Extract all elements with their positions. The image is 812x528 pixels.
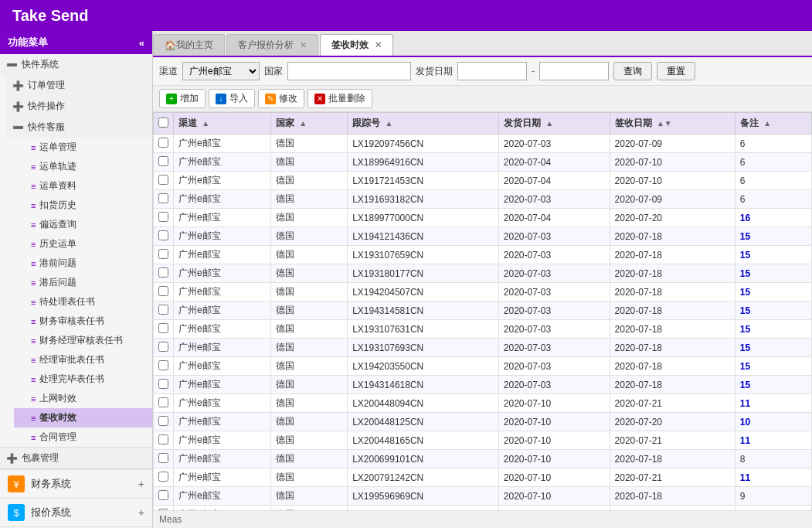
row-sign-date: 2020-07-18	[610, 320, 735, 339]
sidebar-item-report[interactable]: $ 报价系统 +	[0, 498, 152, 526]
row-checkbox[interactable]	[158, 342, 168, 352]
row-checkbox[interactable]	[158, 472, 168, 482]
row-checkbox-cell[interactable]	[154, 209, 174, 227]
date-from-input[interactable]	[457, 62, 527, 80]
row-checkbox[interactable]	[158, 323, 168, 333]
reset-button[interactable]: 重置	[657, 62, 695, 80]
sidebar-item-order-mgmt[interactable]: ➕ 订单管理	[6, 75, 152, 96]
sidebar-item-online-time[interactable]: ≡上网时效	[14, 389, 152, 408]
delete-button[interactable]: ✕ 批量删除	[307, 89, 372, 108]
row-checkbox-cell[interactable]	[154, 227, 174, 246]
row-checkbox[interactable]	[158, 156, 168, 166]
row-checkbox-cell[interactable]	[154, 413, 174, 431]
row-checkbox-cell[interactable]	[154, 172, 174, 190]
row-checkbox-cell[interactable]	[154, 190, 174, 209]
tab-home[interactable]: 🏠 我的主页	[153, 34, 225, 56]
row-channel: 广州e邮宝	[174, 394, 271, 413]
sidebar-item-package-mgmt[interactable]: ➕ 包裹管理	[0, 448, 152, 468]
sidebar-item-port-before[interactable]: ≡港前问题	[14, 254, 152, 273]
row-checkbox[interactable]	[158, 212, 168, 222]
delete-icon: ✕	[314, 94, 325, 104]
row-checkbox-cell[interactable]	[154, 468, 174, 487]
tab-customer-price[interactable]: 客户报价分析 ✕	[226, 34, 318, 56]
row-checkbox[interactable]	[158, 453, 168, 463]
sidebar-item-express-op[interactable]: ➕ 快件操作	[6, 96, 152, 117]
sidebar-item-offline-query[interactable]: ≡偏远查询	[14, 215, 152, 234]
row-checkbox-cell[interactable]	[154, 153, 174, 172]
row-checkbox-cell[interactable]	[154, 376, 174, 394]
row-checkbox-cell[interactable]	[154, 357, 174, 376]
tab-sign-time[interactable]: 签收时效 ✕	[320, 34, 393, 56]
sidebar-item-mgr-audit[interactable]: ≡经理审批表任书	[14, 350, 152, 370]
row-send-date: 2020-07-03	[498, 135, 610, 153]
tab-sign-time-close[interactable]: ✕	[375, 40, 382, 50]
sidebar-collapse-icon[interactable]: «	[139, 37, 144, 49]
query-button[interactable]: 查询	[613, 62, 652, 80]
row-checkbox[interactable]	[158, 305, 168, 315]
row-checkbox[interactable]	[158, 230, 168, 240]
edit-label: 修改	[279, 92, 297, 105]
row-country: 德国	[271, 227, 348, 246]
row-checkbox-cell[interactable]	[154, 320, 174, 339]
row-checkbox[interactable]	[158, 434, 168, 445]
row-checkbox[interactable]	[158, 175, 168, 185]
sidebar-item-express-customer[interactable]: ➖ 快件客服	[6, 117, 152, 138]
col-tracking[interactable]: 跟踪号 ▲	[348, 113, 499, 135]
col-sign-date[interactable]: 签收日期 ▲▼	[610, 113, 735, 135]
import-button[interactable]: ↓ 导入	[209, 89, 255, 108]
row-checkbox[interactable]	[158, 397, 168, 407]
sidebar-item-handle-complete[interactable]: ≡处理完毕表任书	[14, 370, 152, 389]
sidebar-item-pending-task[interactable]: ≡待处理表任书	[14, 292, 152, 312]
col-send-date[interactable]: 发货日期 ▲	[498, 113, 610, 135]
sidebar-item-finance-mgr-audit[interactable]: ≡财务经理审核表任书	[14, 331, 152, 350]
sidebar-item-sign-time[interactable]: ≡签收时效	[14, 408, 152, 428]
table-row: 广州e邮宝 德国 LX191693182CN 2020-07-03 2020-0…	[154, 190, 812, 209]
sidebar-item-order-info[interactable]: ≡运单资料	[14, 176, 152, 196]
channel-select[interactable]: 广州e邮宝	[182, 62, 260, 80]
row-checkbox[interactable]	[158, 249, 168, 259]
row-checkbox[interactable]	[158, 193, 168, 203]
list-icon: ≡	[31, 317, 36, 326]
add-button[interactable]: + 增加	[159, 89, 206, 108]
delete-label: 批量删除	[328, 92, 365, 105]
sidebar-item-contract-mgmt[interactable]: ≡合同管理	[14, 428, 152, 447]
row-remark: 6	[735, 135, 811, 153]
sidebar-item-history-order[interactable]: ≡历史运单	[14, 234, 152, 254]
col-country[interactable]: 国家 ▲	[271, 113, 348, 135]
row-checkbox[interactable]	[158, 286, 168, 296]
sidebar-item-deduct-history[interactable]: ≡扣货历史	[14, 196, 152, 215]
select-all-checkbox[interactable]	[158, 118, 168, 128]
row-checkbox[interactable]	[158, 267, 168, 278]
row-checkbox-cell[interactable]	[154, 394, 174, 413]
row-checkbox[interactable]	[158, 360, 168, 370]
col-remark[interactable]: 备注 ▲	[735, 113, 811, 135]
edit-button[interactable]: ✎ 修改	[258, 89, 304, 108]
country-input[interactable]	[287, 62, 411, 80]
row-checkbox-cell[interactable]	[154, 135, 174, 153]
sidebar-item-order-transport[interactable]: ≡运单管理	[14, 138, 152, 157]
row-checkbox-cell[interactable]	[154, 283, 174, 301]
row-channel: 广州e邮宝	[174, 283, 271, 301]
row-checkbox-cell[interactable]	[154, 264, 174, 283]
row-checkbox-cell[interactable]	[154, 431, 174, 450]
row-checkbox[interactable]	[158, 379, 168, 389]
col-channel[interactable]: 渠道 ▲	[174, 113, 271, 135]
sidebar-item-port-after[interactable]: ≡港后问题	[14, 273, 152, 292]
list-icon: ≡	[31, 298, 36, 307]
sidebar-item-finance-audit[interactable]: ≡财务审核表任书	[14, 312, 152, 331]
sidebar-item-express[interactable]: ➖ 快件系统	[0, 54, 152, 75]
select-all-checkbox-header[interactable]	[154, 113, 174, 135]
tab-customer-price-close[interactable]: ✕	[300, 40, 307, 50]
row-checkbox[interactable]	[158, 416, 168, 426]
row-checkbox[interactable]	[158, 138, 168, 148]
sidebar-item-finance[interactable]: ¥ 财务系统 +	[0, 469, 152, 498]
row-checkbox-cell[interactable]	[154, 246, 174, 264]
row-checkbox-cell[interactable]	[154, 487, 174, 506]
sidebar-item-order-track[interactable]: ≡运单轨迹	[14, 157, 152, 176]
row-checkbox[interactable]	[158, 490, 168, 500]
row-checkbox-cell[interactable]	[154, 339, 174, 357]
row-checkbox-cell[interactable]	[154, 450, 174, 468]
toolbar: + 增加 ↓ 导入 ✎ 修改 ✕ 批量删除	[153, 86, 812, 112]
date-to-input[interactable]	[539, 62, 609, 80]
row-checkbox-cell[interactable]	[154, 301, 174, 320]
